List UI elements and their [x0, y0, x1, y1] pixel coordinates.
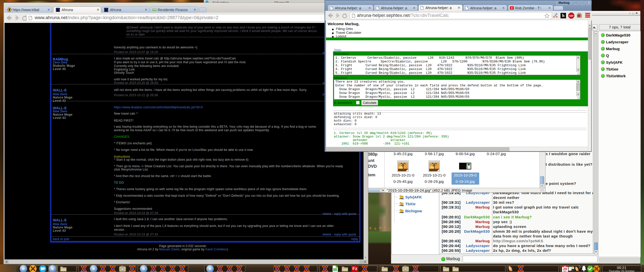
svg-text:'D': 'D': [405, 268, 406, 270]
svg-text:1: 1: [572, 269, 574, 271]
svg-text:'D': 'D': [122, 268, 123, 270]
svg-text:OCT: OCT: [564, 270, 567, 272]
svg-text:ABP: ABP: [569, 15, 574, 17]
